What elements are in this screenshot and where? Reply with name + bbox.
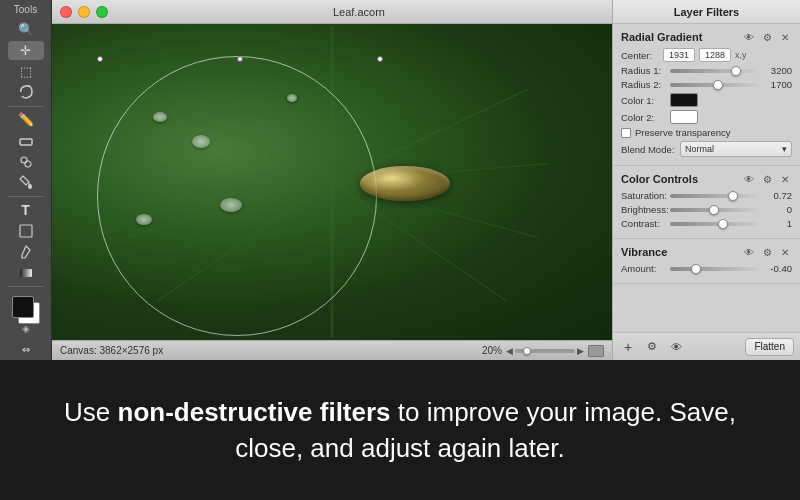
tool-extra[interactable]: ⇔ [8, 340, 44, 359]
tool-zoom[interactable]: 🔍 [8, 20, 44, 39]
vibrance-icons: 👁 ⚙ ✕ [742, 245, 792, 259]
bottom-text-area: Use non-destructive filters to improve y… [0, 360, 800, 500]
cc-eye-icon[interactable]: 👁 [742, 172, 756, 186]
blend-chevron-icon: ▾ [782, 144, 787, 154]
color-controls-title: Color Controls [621, 173, 698, 185]
flatten-button[interactable]: Flatten [745, 338, 794, 356]
tool-brush[interactable]: ✏️ [8, 110, 44, 129]
color-controls-header: Color Controls 👁 ⚙ ✕ [621, 172, 792, 186]
center-y-input[interactable] [699, 48, 731, 62]
saturation-row: Saturation: 0.72 [621, 190, 792, 201]
brightness-slider[interactable] [670, 208, 758, 212]
eye-visibility-icon[interactable]: 👁 [667, 338, 685, 356]
svg-rect-0 [20, 139, 32, 145]
brightness-value: 0 [762, 204, 792, 215]
svg-point-2 [25, 161, 31, 167]
selection-handle-tm[interactable] [237, 56, 243, 62]
amount-thumb [691, 264, 701, 274]
settings-gear-icon[interactable]: ⚙ [643, 338, 661, 356]
vibrance-header: Vibrance 👁 ⚙ ✕ [621, 245, 792, 259]
selection-handle-tl[interactable] [97, 56, 103, 62]
radius1-thumb [731, 66, 741, 76]
vib-eye-icon[interactable]: 👁 [742, 245, 756, 259]
scroll-indicator[interactable] [588, 345, 604, 357]
tool-pen[interactable] [8, 242, 44, 261]
svg-line-16 [443, 111, 475, 132]
color-swatch-area[interactable] [8, 294, 44, 318]
close-button[interactable] [60, 6, 72, 18]
saturation-value: 0.72 [762, 190, 792, 201]
zoom-thumb [523, 347, 531, 355]
cc-close-icon[interactable]: ✕ [778, 172, 792, 186]
tool-select[interactable]: ⬚ [8, 62, 44, 81]
rg-eye-icon[interactable]: 👁 [742, 30, 756, 44]
selection-handle-tr[interactable] [377, 56, 383, 62]
preserve-label: Preserve transparency [635, 127, 731, 138]
water-drop-main [360, 166, 450, 201]
rg-settings-icon[interactable]: ⚙ [760, 30, 774, 44]
blend-select[interactable]: Normal ▾ [680, 141, 792, 157]
color2-row: Color 2: [621, 110, 792, 124]
tool-divider-3 [8, 286, 44, 287]
radial-gradient-section: Radial Gradient 👁 ⚙ ✕ Center: x,y Radius… [613, 24, 800, 166]
color-controls-icons: 👁 ⚙ ✕ [742, 172, 792, 186]
contrast-row: Contrast: 1 [621, 218, 792, 229]
tool-eraser[interactable] [8, 131, 44, 150]
preserve-checkbox[interactable] [621, 128, 631, 138]
radius2-thumb [713, 80, 723, 90]
center-label: Center: [621, 50, 659, 61]
tools-panel: Tools 🔍 ✛ ⬚ ✏️ T [0, 0, 52, 360]
contrast-value: 1 [762, 218, 792, 229]
water-drop-small-4 [220, 198, 242, 212]
vib-close-icon[interactable]: ✕ [778, 245, 792, 259]
radius1-slider[interactable] [670, 69, 758, 73]
center-x-input[interactable] [663, 48, 695, 62]
color1-swatch[interactable] [670, 93, 698, 107]
rg-close-icon[interactable]: ✕ [778, 30, 792, 44]
amount-label: Amount: [621, 263, 666, 274]
filters-panel: Layer Filters Radial Gradient 👁 ⚙ ✕ Cent… [612, 0, 800, 360]
vibrance-title: Vibrance [621, 246, 667, 258]
color2-swatch[interactable] [670, 110, 698, 124]
tools-label: Tools [14, 4, 37, 15]
add-filter-button[interactable]: + [619, 338, 637, 356]
blend-label: Blend Mode: [621, 144, 676, 155]
radial-gradient-icons: 👁 ⚙ ✕ [742, 30, 792, 44]
vib-settings-icon[interactable]: ⚙ [760, 245, 774, 259]
radial-gradient-header: Radial Gradient 👁 ⚙ ✕ [621, 30, 792, 44]
color-controls-section: Color Controls 👁 ⚙ ✕ Saturation: 0.72 Br… [613, 166, 800, 239]
contrast-slider[interactable] [670, 222, 758, 226]
water-drop-small-2 [192, 135, 210, 148]
color1-row: Color 1: [621, 93, 792, 107]
water-drop-small-3 [287, 94, 297, 102]
vibrance-section: Vibrance 👁 ⚙ ✕ Amount: -0.40 [613, 239, 800, 284]
tool-shape[interactable] [8, 222, 44, 241]
bottom-description: Use non-destructive filters to improve y… [60, 394, 740, 467]
brightness-row: Brightness: 0 [621, 204, 792, 215]
svg-rect-3 [20, 225, 32, 237]
tool-text[interactable]: T [8, 201, 44, 220]
radius2-slider[interactable] [670, 83, 758, 87]
amount-value: -0.40 [762, 263, 792, 274]
bottom-text-bold: non-destructive filters [118, 397, 391, 427]
center-row: Center: x,y [621, 48, 792, 62]
tool-clone[interactable] [8, 152, 44, 171]
canvas-content[interactable] [52, 24, 612, 340]
minimize-button[interactable] [78, 6, 90, 18]
tool-move[interactable]: ✛ [8, 41, 44, 60]
contrast-label: Contrast: [621, 218, 666, 229]
brightness-thumb [709, 205, 719, 215]
tool-gradient[interactable] [8, 263, 44, 282]
zoom-slider[interactable] [515, 349, 575, 353]
radius2-label: Radius 2: [621, 79, 666, 90]
radial-gradient-title: Radial Gradient [621, 31, 702, 43]
cc-settings-icon[interactable]: ⚙ [760, 172, 774, 186]
maximize-button[interactable] [96, 6, 108, 18]
tool-fill[interactable] [8, 173, 44, 192]
filters-bottom: + ⚙ 👁 Flatten [613, 332, 800, 360]
canvas-area: Leaf.acorn [52, 0, 612, 360]
tool-lasso[interactable] [8, 83, 44, 102]
amount-slider[interactable] [670, 267, 758, 271]
radius1-label: Radius 1: [621, 65, 666, 76]
saturation-slider[interactable] [670, 194, 758, 198]
